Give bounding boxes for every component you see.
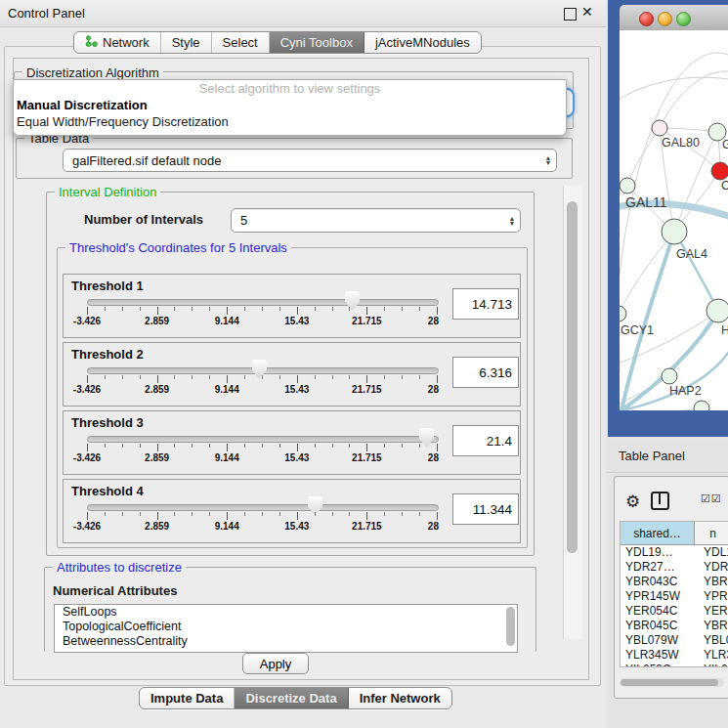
tab-label: Cyni Toolbox (280, 35, 353, 50)
select-columns-checkbox-icons[interactable]: ☑☑ (701, 492, 722, 505)
scrollbar-thumb[interactable] (621, 679, 718, 686)
control-panel-titlebar: Control Panel ✕ (0, 0, 606, 27)
network-window-titlebar[interactable] (620, 5, 728, 31)
column-header-name[interactable]: n (695, 522, 728, 544)
cell[interactable]: YBL0 (699, 633, 728, 648)
table-row[interactable]: YDL19…YDL1 (621, 545, 728, 560)
table-row[interactable]: YIL053CYIL0 (621, 663, 728, 667)
slider-tick-labels: -3.426 2.859 9.144 15.43 21.715 28 (87, 521, 437, 533)
cell[interactable]: YPR145W (621, 589, 699, 604)
cell[interactable]: YBR0 (699, 619, 728, 633)
numerical-attributes-label: Numerical Attributes (53, 583, 177, 598)
node-gal4[interactable] (662, 219, 687, 244)
threshold-3-value-field[interactable]: 21.4 (452, 425, 519, 456)
node-bottom[interactable] (694, 401, 709, 410)
columns-icon[interactable] (651, 492, 669, 510)
threshold-2-panel: Threshold 2 -3.426 2.859 9.144 15.43 21.… (63, 342, 521, 407)
node-h[interactable] (707, 299, 728, 322)
close-icon[interactable]: ✕ (581, 4, 595, 20)
column-header-shared-name[interactable]: shared… (621, 522, 695, 544)
threshold-4-label: Threshold 4 (71, 484, 144, 498)
table-row[interactable]: YPR145WYPR1 (621, 589, 728, 604)
tick-label: 2.859 (145, 521, 169, 532)
node-gcy1[interactable] (620, 306, 626, 321)
cell[interactable]: YLR3 (699, 648, 728, 663)
node-red-selected[interactable] (711, 162, 728, 180)
dropdown-option-equal-width[interactable]: Equal Width/Frequency Discretization (14, 113, 566, 130)
threshold-4-value-field[interactable]: 11.344 (452, 493, 519, 525)
table-row[interactable]: YBL079WYBL0 (621, 633, 728, 648)
tab-network[interactable]: Network (74, 32, 161, 53)
threshold-1-value-field[interactable]: 14.713 (452, 288, 519, 320)
tab-style[interactable]: Style (161, 32, 212, 53)
node-gal80[interactable] (652, 120, 667, 136)
list-item[interactable]: SelfLoops (55, 605, 517, 620)
table-horizontal-scrollbar[interactable] (620, 678, 724, 687)
panel-title: Control Panel (8, 6, 85, 21)
zoom-traffic-light-icon[interactable] (676, 12, 691, 26)
threshold-1-slider-track[interactable] (87, 299, 439, 306)
table-data-value: galFiltered.sif default node (64, 153, 540, 168)
threshold-3-panel: Threshold 3 -3.426 2.859 9.144 15.43 21.… (63, 410, 521, 475)
numerical-attributes-list[interactable]: SelfLoops TopologicalCoefficient Between… (54, 604, 518, 653)
cell[interactable]: YER054C (621, 604, 699, 619)
table-row[interactable]: YER054CYER0 (621, 604, 728, 619)
cell[interactable]: YPR1 (699, 589, 728, 604)
threshold-2-value-field[interactable]: 6.316 (452, 357, 519, 388)
minimize-traffic-light-icon[interactable] (658, 12, 672, 26)
tick-label: -3.426 (73, 521, 101, 532)
cell[interactable]: YIL053C (621, 663, 699, 667)
tab-label: Discretize Data (245, 691, 336, 706)
table-data-group: Table Data galFiltered.sif default node … (16, 138, 573, 179)
apply-button[interactable]: Apply (242, 653, 309, 674)
float-window-icon[interactable] (564, 8, 577, 21)
cell[interactable]: YBR045C (621, 619, 699, 633)
threshold-1-panel: Threshold 1 -3.426 2.859 9.144 15.43 21.… (63, 274, 521, 338)
tab-select[interactable]: Select (212, 32, 270, 53)
dropdown-option-manual[interactable]: Manual Discretization (14, 97, 566, 113)
tab-jactivemnodules[interactable]: jActiveMNodules (364, 32, 481, 53)
cell[interactable]: YIL0 (699, 663, 728, 667)
cell[interactable]: YBL079W (621, 633, 699, 648)
node-hap2[interactable] (662, 368, 677, 384)
tab-infer-network[interactable]: Infer Network (349, 688, 451, 708)
node-label-gal11: GAL11 (625, 194, 667, 210)
slider-tick-labels: -3.426 2.859 9.144 15.43 21.715 28 (87, 452, 437, 464)
close-traffic-light-icon[interactable] (639, 12, 654, 26)
table-header-row: shared… n (621, 522, 728, 545)
tab-label: Style (172, 35, 200, 50)
threshold-3-slider-track[interactable] (87, 436, 439, 443)
tick-label: -3.426 (73, 384, 101, 395)
table-panel-header: Table Panel (608, 440, 728, 473)
cell[interactable]: YDR2 (699, 560, 728, 575)
tick-label: 2.859 (145, 316, 169, 326)
dropdown-prompt-item[interactable]: Select algorithm to view settings (14, 80, 566, 97)
tab-impute-data[interactable]: Impute Data (140, 688, 235, 708)
cell[interactable]: YDL19… (621, 545, 699, 560)
cell[interactable]: YDL1 (699, 545, 728, 560)
panel-scrollbar-thumb[interactable] (567, 201, 578, 553)
cell[interactable]: YLR345W (621, 648, 699, 663)
list-scrollbar[interactable] (506, 607, 515, 646)
network-canvas[interactable]: GAL80 G C GAL11 GAL4 GCY1 H HAP2 (620, 30, 728, 410)
tick-label: 9.144 (215, 452, 239, 463)
tab-discretize-data[interactable]: Discretize Data (235, 688, 348, 708)
cell[interactable]: YBR0 (699, 575, 728, 589)
table-row[interactable]: YDR27…YDR2 (621, 560, 728, 575)
table-row[interactable]: YBR043CYBR0 (621, 575, 728, 589)
table-row[interactable]: YLR345WYLR3 (621, 648, 728, 663)
cell[interactable]: YER0 (699, 604, 728, 619)
threshold-4-slider-track[interactable] (87, 504, 439, 511)
threshold-3-label: Threshold 3 (71, 415, 144, 430)
slider-ticks (87, 443, 438, 451)
num-intervals-combobox[interactable]: 5 ▲▼ (231, 208, 521, 233)
node-gal11[interactable] (620, 178, 635, 193)
table-row[interactable]: YBR045CYBR0 (621, 619, 728, 633)
list-item[interactable]: BetweennessCentrality (55, 634, 517, 649)
cell[interactable]: YDR27… (621, 560, 699, 575)
cell[interactable]: YBR043C (621, 575, 699, 589)
gear-icon[interactable]: ⚙ (625, 492, 640, 512)
table-data-combobox[interactable]: galFiltered.sif default node ▲▼ (63, 149, 557, 172)
tab-cyni-toolbox[interactable]: Cyni Toolbox (270, 32, 364, 53)
list-item[interactable]: TopologicalCoefficient (55, 620, 517, 634)
